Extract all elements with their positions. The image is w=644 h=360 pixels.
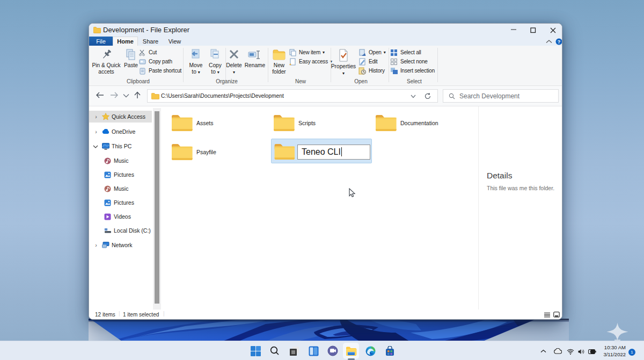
svg-text:?: ? <box>558 39 561 45</box>
